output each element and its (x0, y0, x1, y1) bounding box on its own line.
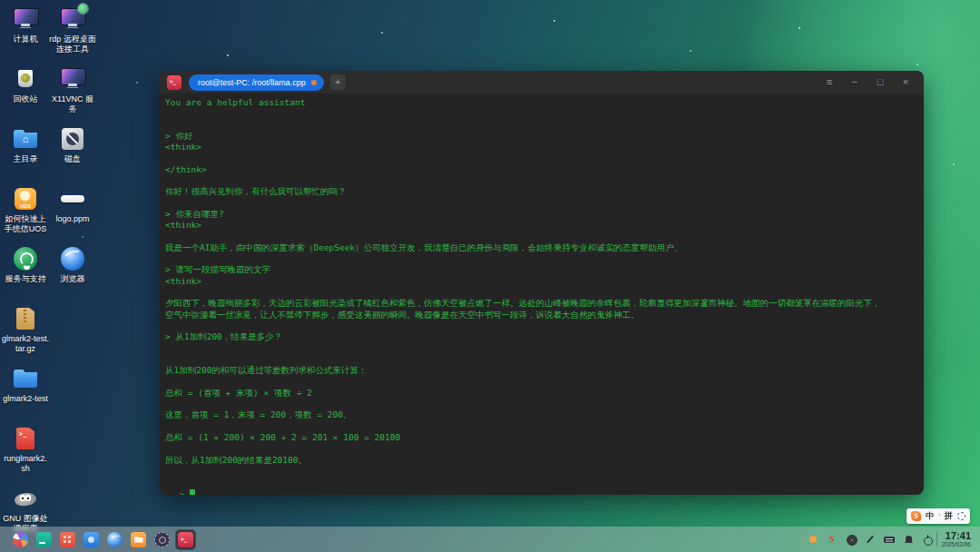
tab-activity-dot-icon[interactable] (311, 80, 317, 85)
terminal-line (165, 108, 918, 119)
desktop-icon-label: 服务与支持 (2, 274, 49, 284)
terminal-tab[interactable]: root@test-PC: /root/llama.cpp (189, 74, 324, 91)
desktop-icon-image: UOS (12, 185, 39, 212)
tray-icon[interactable] (808, 534, 818, 545)
window-controls: ≡ − □ × (817, 71, 918, 94)
terminal-prompt: > (180, 489, 190, 495)
desktop-icon[interactable]: 磁盘 (49, 125, 96, 183)
window-control-button[interactable]: − (842, 71, 867, 94)
terminal-line (165, 343, 918, 354)
desktop-icon-label: 浏览器 (49, 274, 96, 284)
desktop-icon-label: 回收站 (2, 94, 49, 104)
desktop-icon[interactable]: logo.ppm (49, 185, 96, 243)
tray-icon[interactable] (846, 534, 857, 545)
tray-icon[interactable] (827, 534, 838, 545)
terminal-window: root@test-PC: /root/llama.cpp + ≡ − □ × … (160, 71, 924, 495)
dock-item[interactable] (129, 530, 148, 549)
input-method-bar[interactable]: 中 ’ 拼 (906, 508, 970, 524)
terminal-line (165, 320, 918, 331)
terminal-line: > 从1加到200，结果是多少？ (165, 331, 918, 342)
desktop-icon-image (59, 245, 86, 272)
desktop-icon[interactable]: X11VNC 服务 (49, 65, 96, 123)
terminal-line (165, 287, 918, 298)
desktop-icon[interactable]: glmark2-test.tar.gz (2, 305, 49, 363)
terminal-line (165, 198, 918, 209)
terminal-line (165, 253, 918, 264)
desktop-icon-label: logo.ppm (49, 214, 96, 224)
terminal-line (165, 120, 918, 131)
desktop-icon[interactable]: rdp 远程桌面连接工具 (49, 5, 96, 64)
desktop-icon[interactable]: 主目录 (2, 125, 49, 183)
terminal-line (165, 354, 918, 365)
window-control-button[interactable]: ≡ (817, 71, 842, 94)
desktop-icon-label: glmark2-test.tar.gz (2, 334, 49, 353)
desktop-icon-image (12, 305, 39, 332)
terminal-line: > 你来自哪里? (165, 209, 918, 220)
tray-icon[interactable] (922, 534, 933, 545)
ime-settings-gear-icon[interactable] (957, 512, 965, 520)
desktop-icon-column-1: 计算机 回收站 主目录 UOS 如何快速上手统信UOS 服务与支持 (2, 4, 49, 543)
wallpaper-stars (0, 0, 2, 2)
dock-item[interactable] (105, 530, 124, 549)
desktop-icon-image (59, 125, 86, 153)
desktop-icon[interactable]: UOS 如何快速上手统信UOS (2, 185, 49, 243)
window-control-button[interactable]: × (893, 71, 918, 94)
window-control-button[interactable]: □ (867, 71, 893, 94)
tray-divider (936, 532, 937, 547)
terminal-line: 总和 = (1 + 200) × 200 ÷ 2 = 201 × 100 = 2… (165, 432, 918, 443)
desktop-icon-image (12, 485, 39, 512)
dock-item[interactable] (58, 530, 77, 549)
desktop-icon[interactable]: runglmark2.sh (2, 425, 49, 483)
desktop-icon[interactable]: 浏览器 (49, 245, 96, 303)
dock-icon (60, 532, 75, 547)
terminal-output[interactable]: You are a helpful assistant > 你好 <think>… (160, 94, 924, 495)
dock-icon (107, 532, 122, 547)
tray-icon[interactable] (903, 534, 914, 545)
tray-icon[interactable] (865, 534, 876, 545)
desktop-icon-label: 磁盘 (49, 154, 96, 164)
desktop: 计算机 回收站 主目录 UOS 如何快速上手统信UOS 服务与支持 (0, 0, 980, 552)
dock-item[interactable] (152, 530, 172, 549)
terminal-line: <think> (165, 142, 918, 153)
dock-icon (178, 532, 193, 547)
desktop-icon[interactable]: 计算机 (2, 5, 49, 64)
desktop-icon-image (12, 365, 39, 392)
desktop-icon-image (12, 125, 39, 153)
terminal-line: 夕阳西下，晚霞绚丽多彩，天边的云彩被阳光染成了橘红色和紫色，仿佛天空被点燃了一样… (165, 298, 918, 309)
dock-item[interactable] (176, 530, 195, 549)
new-tab-button[interactable]: + (330, 74, 346, 90)
terminal-line: 所以，从1加到200的结果是20100。 (165, 455, 918, 466)
terminal-line (165, 376, 918, 387)
desktop-icon-image (12, 425, 39, 452)
terminal-titlebar[interactable]: root@test-PC: /root/llama.cpp + ≡ − □ × (160, 71, 924, 94)
ime-punct-label[interactable]: ’ (938, 512, 940, 520)
desktop-icon[interactable]: 回收站 (2, 65, 49, 123)
desktop-icon-label: rdp 远程桌面连接工具 (49, 34, 96, 54)
tray-icon[interactable] (884, 534, 895, 545)
terminal-line: <think> (165, 276, 918, 287)
terminal-line (165, 153, 918, 163)
terminal-line (165, 399, 918, 409)
dock-item[interactable] (34, 530, 54, 549)
ime-mode-label[interactable]: 中 (926, 510, 934, 522)
desktop-icon-image (59, 185, 86, 212)
terminal-line (165, 175, 918, 186)
desktop-icon[interactable]: 服务与支持 (2, 245, 49, 303)
desktop-icon-image (12, 5, 39, 33)
desktop-icon-image (12, 245, 39, 272)
taskbar: 17:41 2025/02/06 (0, 527, 980, 552)
dock (11, 530, 195, 549)
desktop-icon-column-2: rdp 远程桌面连接工具 X11VNC 服务 磁盘 logo.ppm 浏览器 (49, 4, 96, 303)
dock-item[interactable] (11, 530, 30, 549)
dock-item[interactable] (82, 530, 101, 549)
clock-time: 17:41 (941, 531, 971, 541)
ime-layout-label[interactable]: 拼 (945, 510, 953, 522)
desktop-icon[interactable]: glmark2-test (2, 365, 49, 423)
clock[interactable]: 17:41 2025/02/06 (941, 531, 973, 548)
dock-icon (36, 532, 52, 547)
desktop-icon-label: 计算机 (2, 34, 49, 44)
clock-date: 2025/02/06 (941, 542, 971, 548)
desktop-icon-label: 如何快速上手统信UOS (2, 214, 49, 233)
terminal-line: 空气中弥漫着一丝凉意，让人不禁停下脚步，感受这美丽的瞬间。晚霞像是在天空中书写一… (165, 310, 918, 320)
terminal-line: 你好！很高兴见到你，有什么我可以帮忙的吗？ (165, 186, 918, 197)
